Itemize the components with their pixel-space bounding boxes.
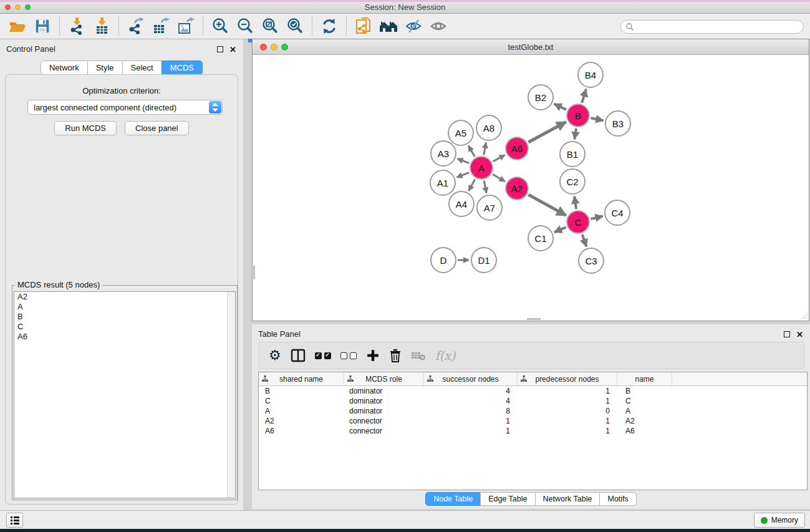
edge-B-B1[interactable] bbox=[574, 128, 576, 139]
run-mcds-button[interactable]: Run MCDS bbox=[54, 121, 117, 135]
tab-node-table[interactable]: Node Table bbox=[425, 492, 481, 506]
table-row[interactable]: A2connector11A2 bbox=[259, 416, 807, 426]
mcds-result-item[interactable]: A bbox=[14, 302, 235, 312]
node-A[interactable]: A bbox=[470, 156, 493, 180]
list-scrollbar[interactable] bbox=[227, 292, 235, 498]
edge-A-A8[interactable] bbox=[484, 143, 486, 155]
show-annotations-button[interactable] bbox=[426, 16, 451, 37]
close-panel-icon[interactable] bbox=[796, 329, 803, 340]
node-A3[interactable]: A3 bbox=[430, 140, 456, 167]
tab-motifs[interactable]: Motifs bbox=[599, 492, 636, 506]
node-table[interactable]: shared nameMCDS rolesuccessor nodesprede… bbox=[258, 372, 808, 490]
node-B4[interactable]: B4 bbox=[577, 62, 604, 88]
import-network-button[interactable] bbox=[64, 16, 89, 37]
horizontal-scroll-indicator[interactable] bbox=[527, 318, 541, 320]
open-session-button[interactable] bbox=[5, 16, 30, 37]
mcds-result-item[interactable]: A2 bbox=[14, 292, 235, 302]
search-input[interactable] bbox=[620, 20, 804, 34]
node-A7[interactable]: A7 bbox=[476, 195, 503, 221]
edge-A-A4[interactable] bbox=[469, 179, 475, 191]
float-panel-icon[interactable] bbox=[217, 46, 223, 52]
column-header-successor-nodes[interactable]: successor nodes bbox=[424, 372, 518, 385]
table-row[interactable]: Bdominator41B bbox=[259, 386, 807, 396]
node-D[interactable]: D bbox=[430, 247, 456, 273]
home-networks-button[interactable] bbox=[376, 16, 401, 37]
mcds-result-list[interactable]: A2ABCA6 bbox=[14, 291, 236, 498]
edge-A-A2[interactable] bbox=[493, 175, 505, 181]
edge-A6-B[interactable] bbox=[528, 122, 566, 142]
hide-annotations-button[interactable] bbox=[401, 16, 426, 37]
column-header-shared-name[interactable]: shared name bbox=[259, 372, 344, 385]
column-header-mcds-role[interactable]: MCDS role bbox=[344, 372, 424, 385]
table-settings-gear-icon[interactable] bbox=[269, 349, 281, 362]
tab-network-table[interactable]: Network Table bbox=[535, 492, 600, 506]
node-C2[interactable]: C2 bbox=[559, 168, 586, 195]
tab-select[interactable]: Select bbox=[122, 60, 162, 75]
edge-B-B3[interactable] bbox=[591, 118, 604, 120]
network-window-titlebar[interactable]: testGlobe.txt bbox=[253, 39, 809, 55]
node-B3[interactable]: B3 bbox=[605, 110, 631, 137]
close-panel-button[interactable]: Close panel bbox=[125, 121, 189, 135]
node-A6[interactable]: A6 bbox=[505, 137, 529, 160]
zoom-out-button[interactable] bbox=[233, 16, 258, 37]
zoom-in-button[interactable] bbox=[208, 16, 233, 37]
zoom-fit-button[interactable] bbox=[258, 16, 282, 37]
tab-style[interactable]: Style bbox=[87, 60, 123, 75]
edge-A-A7[interactable] bbox=[484, 181, 486, 193]
vertical-scroll-indicator[interactable] bbox=[253, 266, 255, 279]
mcds-result-item[interactable]: B bbox=[14, 312, 235, 322]
edge-C-C1[interactable] bbox=[554, 227, 566, 232]
mcds-result-item[interactable]: A6 bbox=[14, 332, 235, 342]
edge-B-B2[interactable] bbox=[554, 104, 566, 109]
node-C[interactable]: C bbox=[566, 210, 590, 234]
close-panel-icon[interactable] bbox=[229, 44, 236, 55]
task-history-button[interactable] bbox=[6, 513, 23, 528]
delete-column-trash-icon[interactable] bbox=[389, 349, 402, 362]
column-header-name[interactable]: name bbox=[617, 372, 672, 385]
node-B1[interactable]: B1 bbox=[559, 141, 586, 167]
tab-edge-table[interactable]: Edge Table bbox=[480, 492, 535, 506]
export-network-button[interactable] bbox=[123, 16, 148, 37]
import-table-button[interactable] bbox=[89, 16, 114, 37]
network-canvas[interactable]: AA1A2A3A4A5A6A7A8BB1B2B3B4CC1C2C3C4DD1 bbox=[253, 55, 809, 321]
tab-network[interactable]: Network bbox=[41, 60, 88, 75]
edge-C-C4[interactable] bbox=[591, 216, 602, 220]
node-A8[interactable]: A8 bbox=[476, 115, 502, 141]
apply-layout-button[interactable] bbox=[317, 16, 342, 37]
node-A1[interactable]: A1 bbox=[430, 170, 456, 196]
node-B[interactable]: B bbox=[566, 104, 590, 127]
optimization-criterion-dropdown[interactable]: largest connected component (directed) bbox=[27, 100, 223, 115]
node-A4[interactable]: A4 bbox=[448, 191, 475, 217]
save-session-button[interactable] bbox=[30, 16, 55, 37]
edge-C-C2[interactable] bbox=[574, 196, 576, 209]
edge-A-A1[interactable] bbox=[456, 173, 469, 178]
mcds-result-item[interactable]: C bbox=[14, 322, 235, 332]
node-A5[interactable]: A5 bbox=[448, 120, 474, 146]
deselect-all-columns-icon[interactable] bbox=[340, 352, 357, 359]
float-panel-icon[interactable] bbox=[784, 331, 790, 337]
export-table-button[interactable] bbox=[148, 16, 173, 37]
export-image-button[interactable] bbox=[173, 16, 198, 37]
edge-A-A3[interactable] bbox=[457, 158, 469, 163]
table-row[interactable]: Adominator80A bbox=[259, 406, 807, 416]
node-C1[interactable]: C1 bbox=[528, 225, 554, 251]
edge-C-C3[interactable] bbox=[582, 235, 587, 246]
edge-A-A6[interactable] bbox=[493, 155, 504, 162]
memory-button[interactable]: Memory bbox=[754, 513, 805, 528]
node-B2[interactable]: B2 bbox=[528, 84, 554, 110]
node-C4[interactable]: C4 bbox=[604, 200, 630, 226]
table-row[interactable]: A6connector11A6 bbox=[259, 426, 807, 436]
edge-B-B4[interactable] bbox=[582, 89, 586, 103]
node-C3[interactable]: C3 bbox=[578, 248, 604, 274]
node-A2[interactable]: A2 bbox=[505, 177, 529, 200]
edge-A-A5[interactable] bbox=[468, 146, 475, 157]
node-D1[interactable]: D1 bbox=[471, 247, 497, 273]
table-row[interactable]: Cdominator41C bbox=[259, 396, 807, 406]
resize-grip[interactable] bbox=[800, 312, 808, 320]
add-column-plus-icon[interactable] bbox=[366, 349, 380, 362]
select-all-columns-icon[interactable] bbox=[315, 352, 331, 359]
column-header-predecessor-nodes[interactable]: predecessor nodes bbox=[518, 372, 617, 385]
edge-A2-C[interactable] bbox=[528, 195, 566, 215]
split-columns-icon[interactable] bbox=[291, 348, 306, 363]
new-network-from-file-button[interactable] bbox=[351, 16, 376, 37]
